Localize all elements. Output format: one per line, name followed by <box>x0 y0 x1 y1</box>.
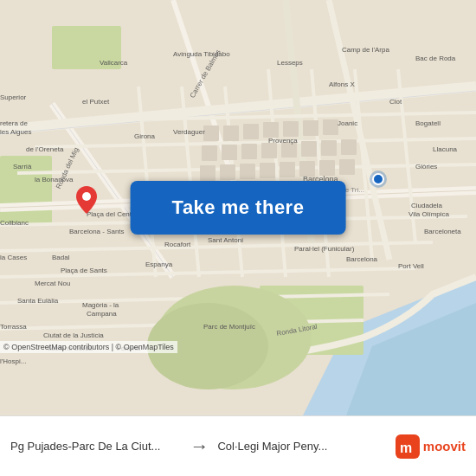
svg-text:Sarrià: Sarrià <box>13 163 32 170</box>
svg-text:Badal: Badal <box>52 254 70 261</box>
svg-text:Collblanc: Collblanc <box>0 219 29 227</box>
svg-text:m: m <box>400 441 412 455</box>
svg-rect-35 <box>263 122 279 138</box>
svg-text:Provença: Provença <box>268 137 298 145</box>
svg-rect-46 <box>341 139 357 155</box>
svg-text:Port Vell: Port Vell <box>398 262 424 270</box>
take-me-there-button[interactable]: Take me there <box>131 181 346 235</box>
svg-text:Rocafort: Rocafort <box>164 241 191 248</box>
svg-text:Torrassa: Torrassa <box>0 323 27 331</box>
svg-rect-39 <box>202 145 217 161</box>
svg-rect-45 <box>321 140 337 156</box>
svg-rect-37 <box>303 120 318 136</box>
svg-text:la Cases: la Cases <box>0 254 27 261</box>
svg-text:Superior: Superior <box>0 93 27 101</box>
svg-text:les Aigues: les Aigues <box>0 128 31 136</box>
svg-text:Camp de l'Arpa: Camp de l'Arpa <box>342 46 389 54</box>
svg-rect-44 <box>301 141 317 157</box>
route-to-label: Col·Legi Major Peny... <box>217 440 388 453</box>
svg-text:Mercat Nou: Mercat Nou <box>35 280 70 287</box>
svg-rect-33 <box>223 125 239 141</box>
svg-text:el Putxet: el Putxet <box>82 98 110 106</box>
svg-text:Barcelona - Sants: Barcelona - Sants <box>69 228 125 235</box>
svg-text:retera de: retera de <box>0 119 29 127</box>
svg-rect-48 <box>220 164 235 180</box>
svg-text:Lesseps: Lesseps <box>277 59 303 67</box>
svg-text:Girona: Girona <box>134 132 156 140</box>
moovit-text: moovit <box>423 439 466 453</box>
svg-text:Espanya: Espanya <box>145 261 173 268</box>
svg-text:Verdaguer: Verdaguer <box>173 128 205 136</box>
svg-rect-54 <box>339 159 355 175</box>
button-overlay: Take me there <box>131 181 346 235</box>
svg-rect-51 <box>280 162 295 177</box>
svg-rect-49 <box>240 164 255 179</box>
svg-text:Vila Olímpica: Vila Olímpica <box>408 210 450 218</box>
svg-text:Santa Eulàlia: Santa Eulàlia <box>17 297 59 305</box>
svg-rect-47 <box>200 165 215 181</box>
moovit-icon: m <box>396 434 420 459</box>
svg-text:Bogatell: Bogatell <box>415 119 441 127</box>
route-from-label: Pg Pujades-Parc De La Ciut... <box>10 440 181 453</box>
destination-pin <box>76 186 97 214</box>
svg-text:Avinguda Tibidabo: Avinguda Tibidabo <box>173 50 230 58</box>
svg-point-108 <box>82 192 91 201</box>
svg-text:Plaça de Sants: Plaça de Sants <box>61 267 107 274</box>
map-container: Barcelona Arc de Tri... Glòries Ciudadel… <box>0 0 476 415</box>
route-from: Pg Pujades-Parc De La Ciut... <box>10 440 181 453</box>
bottom-bar: Pg Pujades-Parc De La Ciut... → Col·Legi… <box>0 415 476 476</box>
svg-text:Clot: Clot <box>389 98 402 106</box>
svg-text:Ciutat de la Justícia: Ciutat de la Justícia <box>43 331 104 339</box>
svg-text:la Bonanova: la Bonanova <box>35 176 74 183</box>
svg-rect-40 <box>222 145 237 160</box>
svg-text:Llacuna: Llacuna <box>433 145 458 153</box>
svg-text:Sant Antoni: Sant Antoni <box>208 236 243 244</box>
svg-text:Glòries: Glòries <box>415 163 437 170</box>
route-arrow-icon: → <box>181 435 217 458</box>
svg-text:Barcelona: Barcelona <box>346 255 378 263</box>
map-attribution: © OpenStreetMap contributors | © OpenMap… <box>0 341 177 353</box>
svg-rect-36 <box>283 121 299 137</box>
svg-text:Magòria - la: Magòria - la <box>82 301 119 309</box>
current-location-dot <box>372 173 384 185</box>
svg-text:de l'Oreneta: de l'Oreneta <box>26 145 64 153</box>
svg-text:Bac de Roda: Bac de Roda <box>415 55 456 62</box>
svg-rect-41 <box>241 144 257 159</box>
svg-rect-53 <box>319 160 335 176</box>
moovit-logo: m moovit <box>396 434 466 459</box>
svg-text:Alfons X: Alfons X <box>329 80 355 88</box>
route-to: Col·Legi Major Peny... <box>217 440 388 453</box>
svg-text:Joanic: Joanic <box>338 119 357 127</box>
svg-rect-32 <box>203 125 219 141</box>
svg-text:Paral·lel (Funicular): Paral·lel (Funicular) <box>294 245 355 253</box>
svg-text:l'Hospi...: l'Hospi... <box>0 357 26 365</box>
svg-text:Ciudadela: Ciudadela <box>411 202 443 209</box>
svg-rect-42 <box>261 143 277 158</box>
svg-rect-34 <box>243 124 259 139</box>
svg-rect-50 <box>260 163 275 178</box>
svg-text:Vallcarca: Vallcarca <box>100 59 128 67</box>
svg-text:Campana: Campana <box>87 310 117 318</box>
svg-text:Parc de Montjuïc: Parc de Montjuïc <box>203 323 255 331</box>
svg-text:Barceloneta: Barceloneta <box>424 228 461 235</box>
svg-rect-38 <box>323 119 338 135</box>
